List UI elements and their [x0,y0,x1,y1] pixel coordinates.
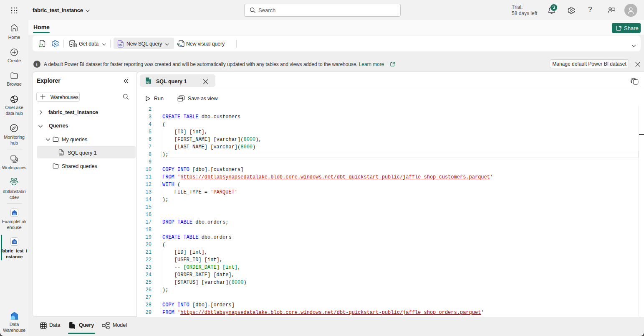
svg-text:SQL: SQL [146,81,150,84]
svg-text:SQL: SQL [59,153,63,155]
svg-text:SQL: SQL [119,44,123,46]
